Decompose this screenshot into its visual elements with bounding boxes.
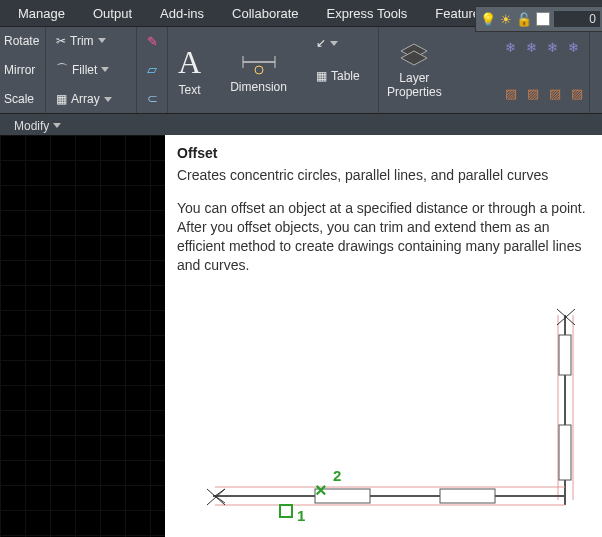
layer-toggle-icon[interactable]: ❄ — [568, 40, 579, 55]
layer-toggle-icon[interactable]: ▨ — [527, 86, 539, 101]
table-button[interactable]: ▦ Table — [312, 67, 372, 85]
chevron-down-icon — [98, 38, 106, 43]
erase-icon[interactable]: ✎ — [147, 34, 158, 49]
drawing-canvas[interactable] — [0, 135, 165, 537]
svg-rect-9 — [559, 335, 571, 375]
sun-icon: ☀ — [500, 12, 512, 27]
text-icon: A — [178, 44, 201, 81]
document-tabs: Modify — [0, 114, 602, 137]
tooltip-title: Offset — [177, 145, 590, 161]
dimension-button[interactable]: Dimension — [220, 27, 297, 113]
diagram-cross: × — [315, 479, 327, 502]
explode-icon[interactable]: ▱ — [147, 62, 157, 77]
layer-toggle-icon[interactable]: ❄ — [547, 40, 558, 55]
lock-icon: 🔓 — [516, 12, 532, 27]
fillet-button[interactable]: ⌒ Fillet — [52, 59, 130, 80]
text-button[interactable]: A Text — [168, 27, 211, 113]
svg-rect-20 — [280, 505, 292, 517]
tooltip-subtitle: Creates concentric circles, parallel lin… — [177, 167, 590, 183]
tooltip-diagram: 1 2 × — [185, 305, 585, 530]
fillet-icon: ⌒ — [56, 61, 68, 78]
panel-label-modify[interactable]: Modify — [4, 116, 71, 136]
layer-toggle-icon[interactable]: ▨ — [505, 86, 517, 101]
chevron-down-icon — [101, 67, 109, 72]
array-button[interactable]: ▦ Array — [52, 90, 130, 108]
offset-icon[interactable]: ⊂ — [147, 91, 158, 106]
layer-state-dropdown[interactable]: 💡 ☀ 🔓 0 — [475, 6, 602, 32]
table-icon: ▦ — [316, 69, 327, 83]
layer-toggles-row1: ❄ ❄ ❄ ❄ — [505, 35, 583, 59]
leader-icon: ↙ — [316, 36, 326, 50]
layer-properties-button[interactable]: Layer Properties — [379, 27, 450, 113]
menu-add-ins[interactable]: Add-ins — [146, 3, 218, 24]
svg-rect-17 — [440, 489, 495, 503]
dimension-icon — [239, 46, 279, 78]
menu-output[interactable]: Output — [79, 3, 146, 24]
menu-express-tools[interactable]: Express Tools — [313, 3, 422, 24]
lightbulb-icon: 💡 — [480, 12, 496, 27]
menu-manage[interactable]: Manage — [4, 3, 79, 24]
trim-icon: ✂ — [56, 34, 66, 48]
trim-button[interactable]: ✂ Trim — [52, 32, 130, 50]
chevron-down-icon — [330, 41, 338, 46]
chevron-down-icon — [104, 97, 112, 102]
leader-button[interactable]: ↙ — [312, 34, 372, 52]
layer-toggle-icon[interactable]: ❄ — [505, 40, 516, 55]
rotate-button[interactable]: Rotate — [0, 32, 39, 50]
layer-toggles-row2: ▨ ▨ ▨ ▨ — [505, 81, 583, 105]
layer-toggle-icon[interactable]: ▨ — [549, 86, 561, 101]
layer-index: 0 — [554, 11, 600, 27]
svg-rect-10 — [559, 425, 571, 480]
layer-toggle-icon[interactable]: ▨ — [571, 86, 583, 101]
scale-button[interactable]: Scale — [0, 90, 39, 108]
svg-point-3 — [255, 66, 263, 74]
tooltip-body: You can offset an object at a specified … — [177, 199, 590, 275]
diagram-marker-1: 1 — [297, 507, 305, 524]
color-swatch — [536, 12, 550, 26]
menu-collaborate[interactable]: Collaborate — [218, 3, 313, 24]
layers-icon — [399, 41, 429, 69]
chevron-down-icon — [53, 123, 61, 128]
array-icon: ▦ — [56, 92, 67, 106]
layer-toggle-icon[interactable]: ❄ — [526, 40, 537, 55]
diagram-marker-2: 2 — [333, 467, 341, 484]
mirror-button[interactable]: Mirror — [0, 61, 39, 79]
ribbon: Rotate Mirror Scale ✂ Trim ⌒ Fillet ▦ Ar… — [0, 27, 602, 114]
